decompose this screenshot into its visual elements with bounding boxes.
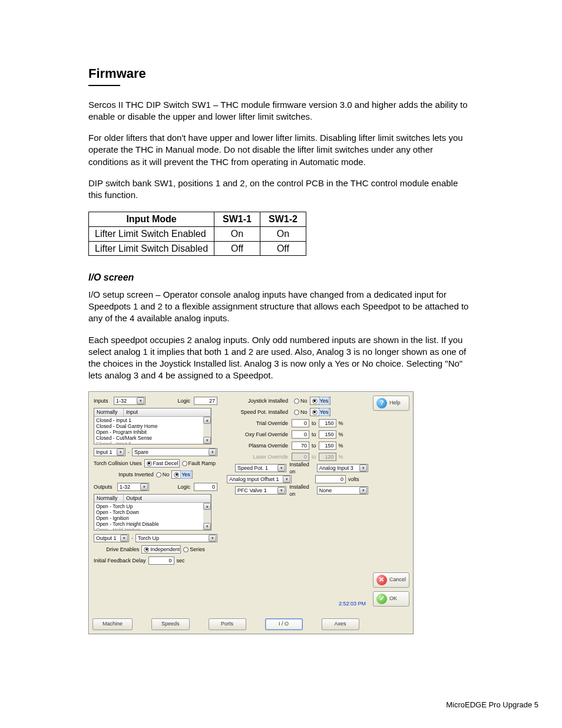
io-setup-screenshot: Inputs 1-32▾ Logic 27 Normally Input Clo… bbox=[88, 391, 414, 634]
inputs-logic-field[interactable]: 27 bbox=[194, 397, 217, 405]
cancel-button[interactable]: ✕Cancel bbox=[373, 572, 409, 588]
ok-button[interactable]: ✓OK bbox=[373, 591, 409, 607]
outputs-listbox[interactable]: Normally Output Open - Torch Up Open - T… bbox=[94, 494, 211, 531]
output-assign-value: Torch Up bbox=[138, 535, 159, 542]
button-label: OK bbox=[389, 595, 397, 602]
title-rule bbox=[88, 85, 120, 86]
radio-label: No bbox=[163, 471, 170, 478]
inputs-range-select[interactable]: 1-32▾ bbox=[114, 397, 146, 405]
scrollbar[interactable]: ▴ ▾ bbox=[203, 417, 211, 444]
chevron-down-icon: ▾ bbox=[277, 487, 285, 494]
table-cell: Off bbox=[214, 241, 260, 256]
override-to[interactable]: 150 bbox=[319, 419, 336, 427]
chevron-down-icon: ▾ bbox=[209, 449, 216, 456]
override-to[interactable]: 150 bbox=[319, 430, 336, 439]
pfc-installed-select[interactable]: None▾ bbox=[317, 486, 368, 495]
input-assign-value: Spare bbox=[134, 449, 148, 456]
subheading: I/O screen bbox=[88, 271, 474, 284]
feedback-delay-label: Initial Feedback Delay bbox=[94, 557, 146, 564]
installed-on-label: Installed on bbox=[286, 461, 317, 475]
pfc-value: PFC Valve 1 bbox=[237, 487, 267, 494]
override-from[interactable]: 0 bbox=[292, 419, 309, 427]
radio-joystick-no[interactable]: No bbox=[294, 397, 308, 404]
list-item[interactable]: Open - Torch Down bbox=[96, 509, 201, 515]
list-item[interactable]: Open - Torch Up bbox=[96, 503, 201, 509]
speedpot-select[interactable]: Speed Pot. 1▾ bbox=[235, 464, 286, 472]
paragraph: I/O setup screen – Operator console anal… bbox=[88, 289, 474, 325]
list-item[interactable]: Closed - Cut/Mark Sense bbox=[96, 435, 201, 441]
table-cell: Lifter Limit Switch Enabled bbox=[89, 227, 214, 242]
list-item[interactable]: Open - Ignition bbox=[96, 515, 201, 521]
radio-fault-ramp[interactable]: Fault Ramp bbox=[182, 460, 216, 467]
th-sw11: SW1-1 bbox=[214, 212, 260, 227]
analog-offset-unit: volts bbox=[348, 476, 359, 483]
paragraph: Sercos II THC DIP Switch SW1 – THC modul… bbox=[88, 99, 474, 123]
override-unit: % bbox=[336, 420, 343, 427]
tab-bar: Machine Speeds Ports I / O Axes bbox=[92, 618, 359, 630]
list-item[interactable]: Open - Program Inhibit bbox=[96, 429, 201, 435]
override-from[interactable]: 70 bbox=[292, 442, 309, 450]
section-title: Firmware bbox=[88, 65, 474, 83]
radio-speedpot-no[interactable]: No bbox=[294, 409, 308, 416]
list-item[interactable]: Closed - Input 1 bbox=[96, 417, 201, 423]
speedpot-installed-label: Speed Pot. Installed bbox=[227, 409, 292, 416]
tab-axes[interactable]: Axes bbox=[322, 618, 359, 630]
radio-independent[interactable]: Independent bbox=[141, 545, 181, 554]
inputs-listbox[interactable]: Normally Input Closed - Input 1 Closed -… bbox=[94, 408, 211, 444]
radio-inverted-no[interactable]: No bbox=[156, 471, 170, 478]
timestamp: 2:52:03 PM bbox=[339, 600, 366, 607]
analog-offset-select[interactable]: Analog Input Offset 1▾ bbox=[227, 475, 292, 483]
feedback-delay-unit: sec bbox=[177, 557, 185, 564]
to-label: to bbox=[309, 442, 319, 449]
radio-series[interactable]: Series bbox=[183, 546, 205, 553]
drive-enables-label: Drive Enables bbox=[106, 546, 139, 553]
radio-inverted-yes[interactable]: Yes bbox=[171, 470, 193, 479]
chevron-down-icon: ▾ bbox=[120, 535, 128, 542]
chevron-down-icon: ▾ bbox=[359, 487, 367, 494]
feedback-delay-field[interactable]: 0 bbox=[148, 556, 174, 565]
list-item[interactable]: Closed - Input 5 bbox=[96, 441, 201, 444]
scroll-down-icon[interactable]: ▾ bbox=[203, 523, 211, 530]
scroll-up-icon[interactable]: ▴ bbox=[203, 503, 211, 510]
tab-io[interactable]: I / O bbox=[265, 618, 303, 630]
table-cell: On bbox=[214, 227, 260, 242]
speedpot-installed-select[interactable]: Analog Input 3▾ bbox=[317, 464, 368, 472]
tab-machine[interactable]: Machine bbox=[92, 618, 133, 630]
radio-joystick-yes[interactable]: Yes bbox=[310, 397, 331, 405]
pfc-installed-value: None bbox=[319, 487, 332, 494]
scroll-up-icon[interactable]: ▴ bbox=[203, 417, 211, 424]
analog-offset-field[interactable]: 0 bbox=[315, 475, 346, 483]
separator: - bbox=[129, 535, 135, 542]
list-item[interactable]: Open - Hold Ignition bbox=[96, 527, 201, 530]
pfc-select[interactable]: PFC Valve 1▾ bbox=[235, 486, 286, 495]
scroll-down-icon[interactable]: ▾ bbox=[203, 437, 211, 444]
input-assign-select[interactable]: Spare▾ bbox=[132, 448, 217, 456]
output-assign-select[interactable]: Torch Up▾ bbox=[135, 534, 217, 542]
list-item[interactable]: Open - Torch Height Disable bbox=[96, 521, 201, 527]
button-label: Cancel bbox=[389, 576, 406, 583]
input-index-select[interactable]: Input 1▾ bbox=[94, 448, 125, 456]
output-index-select[interactable]: Output 1▾ bbox=[94, 534, 129, 542]
help-button[interactable]: ?Help bbox=[373, 396, 409, 411]
cancel-icon: ✕ bbox=[376, 575, 387, 585]
col-input: Input bbox=[124, 409, 211, 416]
radio-label: Yes bbox=[180, 470, 191, 479]
help-icon: ? bbox=[376, 398, 387, 409]
table-cell: Off bbox=[260, 241, 306, 256]
radio-label: Yes bbox=[319, 397, 330, 405]
override-from[interactable]: 0 bbox=[292, 430, 309, 439]
tab-ports[interactable]: Ports bbox=[209, 618, 246, 630]
scrollbar[interactable]: ▴ ▾ bbox=[203, 503, 211, 530]
tab-speeds[interactable]: Speeds bbox=[151, 618, 190, 630]
outputs-range-select[interactable]: 1-32▾ bbox=[117, 483, 149, 491]
radio-fast-decel[interactable]: Fast Decel bbox=[144, 459, 180, 467]
list-item[interactable]: Closed - Dual Gantry Home bbox=[96, 423, 201, 429]
dip-switch-table: Input Mode SW1-1 SW1-2 Lifter Limit Swit… bbox=[88, 212, 306, 256]
logic-label: Logic bbox=[149, 483, 194, 490]
input-index-value: Input 1 bbox=[96, 449, 113, 456]
table-cell: On bbox=[260, 227, 306, 242]
outputs-logic-field[interactable]: 0 bbox=[194, 483, 217, 491]
override-unit: % bbox=[336, 431, 343, 438]
override-to[interactable]: 150 bbox=[319, 442, 336, 450]
radio-speedpot-yes[interactable]: Yes bbox=[310, 408, 331, 416]
